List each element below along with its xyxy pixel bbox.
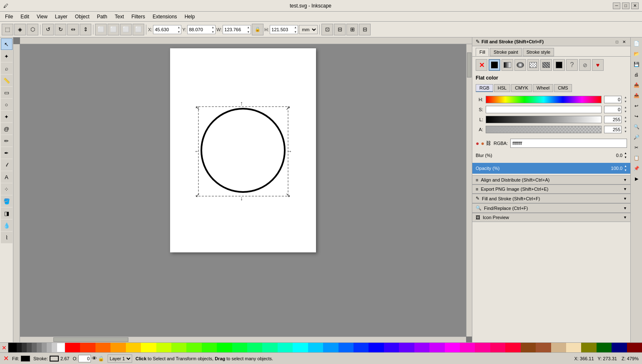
colorbar-purple2[interactable] <box>399 343 414 352</box>
colorbar-navy[interactable] <box>612 343 627 352</box>
er-cut-btn[interactable]: ✂ <box>632 142 642 152</box>
chain-icon[interactable]: ⛓ <box>486 140 491 146</box>
panel-icon-preview-header[interactable]: 🖼 Icon Preview ▼ <box>472 213 630 222</box>
menu-path[interactable]: Path <box>94 13 111 20</box>
x-arrows[interactable]: ▲ ▼ <box>176 25 181 34</box>
flip-v-btn[interactable]: ⇕ <box>80 24 91 35</box>
colorbar-gray2[interactable] <box>42 343 47 352</box>
color-type-radial-btn[interactable] <box>514 59 526 71</box>
er-export-btn[interactable]: 📤 <box>632 90 642 100</box>
x-spinbox[interactable]: ▲ ▼ <box>153 25 181 34</box>
h-up[interactable]: ▲ <box>293 25 298 30</box>
color-type-black-btn[interactable] <box>553 59 565 71</box>
h-down[interactable]: ▼ <box>293 30 298 34</box>
er-paste-btn[interactable]: 📌 <box>632 163 642 173</box>
panel-align-header[interactable]: ≡ Align and Distribute (Shift+Ctrl+A) ▼ <box>472 176 630 184</box>
colorbar-tan[interactable] <box>551 343 566 352</box>
a-down-arrow[interactable]: ▼ <box>624 130 627 134</box>
menu-filters[interactable]: Filters <box>128 13 148 20</box>
color-mode-rgb[interactable]: RGB <box>476 84 493 92</box>
colorbar-pink1[interactable] <box>460 343 475 352</box>
statusbar-error-icon[interactable]: ✕ <box>3 354 9 362</box>
colorbar-blue2[interactable] <box>339 343 354 352</box>
tab-stroke-style[interactable]: Stroke style <box>523 48 554 56</box>
er-new-btn[interactable]: 📄 <box>632 38 642 48</box>
lock-icon[interactable]: 🔒 <box>98 356 104 362</box>
colorbar-green6[interactable] <box>247 343 262 352</box>
h-slider-value[interactable]: 0 <box>604 96 622 103</box>
colorbar-green2[interactable] <box>186 343 201 352</box>
colorbar-magenta2[interactable] <box>445 343 460 352</box>
opacity-up[interactable]: ▲ <box>624 164 627 168</box>
colorbar-gray4[interactable] <box>52 343 57 352</box>
er-save-btn[interactable]: 💾 <box>632 59 642 69</box>
close-button[interactable]: ✕ <box>631 2 639 9</box>
colorbar-red1[interactable] <box>65 343 80 352</box>
color-mode-cmyk[interactable]: CMYK <box>511 84 532 92</box>
color-type-unknown-btn[interactable]: ? <box>566 59 578 71</box>
transform-btn[interactable]: ⬡ <box>27 24 38 35</box>
w-up[interactable]: ▲ <box>246 25 251 30</box>
blur-arrows[interactable]: ▲ ▼ <box>624 151 627 160</box>
l-slider-track[interactable] <box>486 116 602 123</box>
menu-object[interactable]: Object <box>72 13 93 20</box>
color-type-none-btn[interactable]: ✕ <box>476 59 487 71</box>
align-right-btn[interactable]: ⬜ <box>120 24 132 35</box>
color-type-flat-btn[interactable] <box>489 59 500 71</box>
node-tool[interactable]: ✦ <box>1 50 13 62</box>
measure-tool[interactable]: 📏 <box>1 75 13 86</box>
er-print-btn[interactable]: 🖨 <box>632 70 642 80</box>
w-arrows[interactable]: ▲ ▼ <box>246 25 251 34</box>
s-slider-value[interactable]: 0 <box>604 106 622 113</box>
colorbar-pink4[interactable] <box>505 343 520 352</box>
l-slider-value[interactable]: 255 <box>604 116 622 123</box>
scrollbar-horizontal[interactable] <box>20 337 466 342</box>
color-mode-hsl[interactable]: HSL <box>494 84 510 92</box>
color-mode-cms[interactable]: CMS <box>554 84 572 92</box>
y-arrows[interactable]: ▲ ▼ <box>211 25 215 34</box>
w-spinbox[interactable]: ▲ ▼ <box>223 25 251 34</box>
colorbar-teal2[interactable] <box>278 343 293 352</box>
scrollbar-v-thumb[interactable] <box>467 52 471 77</box>
colorbar-dark2[interactable] <box>22 343 27 352</box>
h-slider-arrows[interactable]: ▲ ▼ <box>624 95 627 104</box>
zoom-tool[interactable]: ⌕ <box>1 62 13 74</box>
rotate-cw-btn[interactable]: ↻ <box>55 24 66 35</box>
rotate-ccw-btn[interactable]: ↺ <box>42 24 54 35</box>
blur-up[interactable]: ▲ <box>624 151 627 155</box>
y-down[interactable]: ▼ <box>211 30 215 34</box>
s-up-arrow[interactable]: ▲ <box>624 105 627 110</box>
h-input[interactable] <box>270 25 293 34</box>
l-slider-arrows[interactable]: ▲ ▼ <box>624 115 627 124</box>
layer-select[interactable]: Layer 1 <box>108 354 132 363</box>
s-down-arrow[interactable]: ▼ <box>624 110 627 114</box>
titlebar-controls[interactable]: ─ □ ✕ <box>613 2 639 9</box>
connector-tool[interactable]: ⌇ <box>1 232 13 243</box>
star-tool[interactable]: ✦ <box>1 111 13 122</box>
colorbar-green3[interactable] <box>202 343 217 352</box>
y-input[interactable] <box>188 25 211 34</box>
w-input[interactable] <box>223 25 246 34</box>
colorbar[interactable]: ✕ <box>0 342 642 352</box>
er-undo-btn[interactable]: ↩ <box>632 101 642 111</box>
group-btn[interactable]: ⊞ <box>346 24 358 35</box>
w-down[interactable]: ▼ <box>246 30 251 34</box>
colorbar-yellow1[interactable] <box>126 343 141 352</box>
colorbar-pink2[interactable] <box>475 343 490 352</box>
panel-header-controls[interactable]: □ ✕ <box>614 39 627 45</box>
colorbar-white[interactable] <box>57 343 65 352</box>
panel-fillstroke2-header[interactable]: ✎ Fill and Stroke (Shift+Ctrl+F) ▼ <box>472 194 630 203</box>
s-slider-arrows[interactable]: ▲ ▼ <box>624 105 627 114</box>
colorbar-brown2[interactable] <box>536 343 551 352</box>
colorbar-orange2[interactable] <box>110 343 125 352</box>
y-spinbox[interactable]: ▲ ▼ <box>187 25 216 34</box>
colorbar-cyan[interactable] <box>293 343 308 352</box>
er-open-btn[interactable]: 📂 <box>632 49 642 59</box>
panel-restore-btn[interactable]: □ <box>614 39 619 45</box>
gradient-tool[interactable]: ◨ <box>1 207 13 219</box>
align-left-btn[interactable]: ⬜ <box>95 24 107 35</box>
menu-extensions[interactable]: Extensions <box>149 13 181 20</box>
colorbar-dark3[interactable] <box>27 343 32 352</box>
panel-export-header[interactable]: ≡ Export PNG Image (Shift+Ctrl+E) ▼ <box>472 185 630 194</box>
er-redo-btn[interactable]: ↪ <box>632 111 642 121</box>
